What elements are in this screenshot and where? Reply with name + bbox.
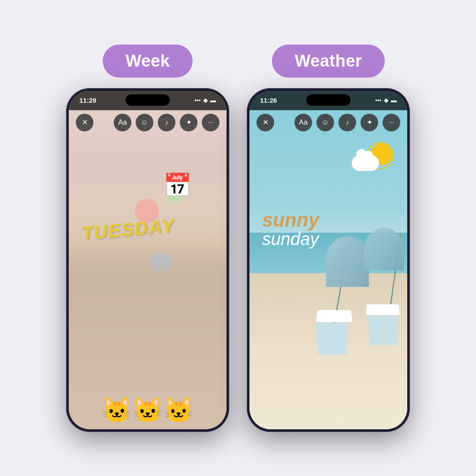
sunny-line2: sunday (262, 229, 320, 249)
text-button-right[interactable]: Aa (294, 114, 312, 131)
face-button-right[interactable]: ☺ (316, 114, 334, 131)
left-phone-section: Week (66, 45, 229, 432)
dynamic-island-right (306, 94, 350, 106)
kitten-background: TuEsDAY 📅 🐱🐱🐱 (69, 91, 227, 429)
right-battery-icon: ▬ (391, 97, 397, 104)
right-phone-frame: sunny sunday (247, 88, 410, 432)
face-button-left[interactable]: ☺ (136, 114, 153, 131)
cloud-icon (352, 155, 379, 171)
umbrella-canopy-1 (326, 236, 369, 287)
beach-chairs (312, 233, 399, 402)
more-button-left[interactable]: ··· (202, 114, 219, 131)
chair-seat-2 (366, 305, 400, 315)
right-status-icons: ▪▪▪ ◈ ▬ (375, 97, 397, 104)
left-status-icons: ▪▪▪ ◈ ▬ (194, 97, 216, 104)
right-wifi-icon: ◈ (384, 97, 388, 104)
right-phone-section: Weather (247, 45, 410, 432)
more-button-right[interactable]: ··· (383, 114, 400, 131)
text-button-left[interactable]: Aa (114, 114, 131, 131)
sparkle-button-left[interactable]: ✦ (180, 114, 197, 131)
weather-label: Weather (272, 45, 385, 78)
left-phone-bezel: TuEsDAY 📅 🐱🐱🐱 11:29 ▪▪▪ ◈ (69, 91, 227, 429)
right-toolbar: ✕ Aa ☺ ♪ ✦ ··· (249, 110, 407, 135)
week-label: Week (103, 45, 193, 78)
kitten-emoji: 🐱🐱🐱 (101, 396, 194, 425)
kittens-area: 🐱🐱🐱 (69, 243, 227, 429)
sunny-text-area: sunny sunday (262, 209, 320, 249)
beach-background: sunny sunday (249, 91, 407, 429)
close-button-left[interactable]: ✕ (76, 114, 93, 131)
umbrella-canopy-2 (364, 228, 404, 270)
right-signal-icon: ▪▪▪ (375, 97, 381, 104)
right-phone-bezel: sunny sunday (249, 91, 407, 429)
right-time: 11:26 (260, 97, 277, 104)
music-button-left[interactable]: ♪ (158, 114, 175, 131)
left-time: 11:29 (79, 97, 96, 104)
sunny-line1: sunny (262, 209, 320, 231)
main-container: Week (0, 0, 476, 476)
calendar-sticker: 📅 (163, 172, 192, 199)
wifi-icon: ◈ (203, 97, 208, 104)
chair-back-1 (316, 322, 349, 354)
dynamic-island-left (126, 94, 170, 106)
right-screen-content: sunny sunday (249, 91, 407, 429)
music-button-right[interactable]: ♪ (338, 114, 356, 131)
chair-back-2 (368, 316, 398, 345)
chair-seat-1 (316, 310, 352, 322)
left-phone-frame: TuEsDAY 📅 🐱🐱🐱 11:29 ▪▪▪ ◈ (66, 88, 229, 432)
left-screen-content: TuEsDAY 📅 🐱🐱🐱 (69, 91, 227, 429)
sparkle-button-right[interactable]: ✦ (361, 114, 378, 131)
weather-sticker (352, 145, 391, 171)
signal-icon: ▪▪▪ (194, 97, 201, 104)
left-toolbar: ✕ Aa ☺ ♪ ✦ ··· (69, 110, 227, 135)
battery-icon: ▬ (210, 97, 216, 104)
close-button-right[interactable]: ✕ (257, 114, 274, 131)
